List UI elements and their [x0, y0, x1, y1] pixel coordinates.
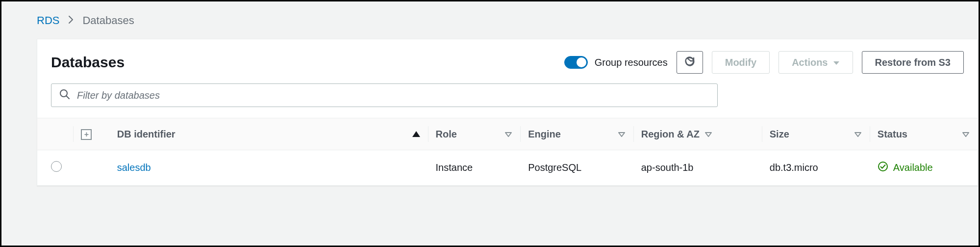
expand-all-icon: + — [81, 129, 92, 140]
column-header-select — [37, 118, 73, 150]
row-identifier-cell: salesdb — [109, 150, 428, 186]
column-header-db-identifier[interactable]: DB identifier — [109, 118, 428, 150]
actions-button[interactable]: Actions — [779, 51, 853, 74]
column-header-status[interactable]: Status — [870, 118, 978, 150]
chevron-right-icon — [68, 15, 74, 27]
sort-icon — [504, 129, 512, 140]
column-label: Role — [436, 129, 457, 140]
table-row: salesdb Instance PostgreSQL ap-south-1b … — [37, 150, 978, 186]
search-row — [37, 83, 978, 118]
sort-asc-icon — [412, 131, 420, 137]
sort-icon — [704, 129, 712, 140]
refresh-button[interactable] — [677, 51, 703, 74]
group-resources-toggle-wrap: Group resources — [564, 56, 668, 69]
column-header-role[interactable]: Role — [428, 118, 521, 150]
search-box[interactable] — [51, 83, 718, 107]
column-label: Size — [770, 129, 789, 140]
group-resources-toggle[interactable] — [564, 56, 588, 69]
breadcrumb-current: Databases — [82, 14, 134, 27]
page-title: Databases — [51, 54, 125, 71]
refresh-icon — [684, 55, 696, 70]
caret-down-icon — [833, 57, 840, 68]
breadcrumb: RDS Databases — [1, 1, 979, 39]
toggle-knob — [577, 57, 586, 67]
column-header-expand[interactable]: + — [73, 118, 109, 150]
row-status-cell: Available — [870, 150, 978, 186]
column-label: Status — [878, 129, 907, 140]
sort-icon — [618, 129, 626, 140]
status-text: Available — [893, 162, 933, 173]
sort-icon — [962, 129, 970, 140]
search-input[interactable] — [77, 90, 709, 101]
viewport: RDS Databases Databases Group resources — [0, 0, 980, 247]
databases-panel: Databases Group resources Modify — [37, 39, 978, 186]
column-header-engine[interactable]: Engine — [520, 118, 633, 150]
row-region-az-cell: ap-south-1b — [633, 150, 762, 186]
row-role-cell: Instance — [428, 150, 521, 186]
column-label: Region & AZ — [641, 129, 700, 140]
group-resources-label: Group resources — [595, 57, 668, 68]
actions-label: Actions — [792, 57, 828, 68]
search-icon — [59, 89, 70, 102]
row-select-radio[interactable] — [51, 161, 62, 172]
row-select-cell — [37, 150, 73, 186]
svg-point-2 — [879, 162, 887, 171]
databases-table: + DB identifier Role — [37, 118, 978, 186]
row-size-cell: db.t3.micro — [762, 150, 870, 186]
column-header-region-az[interactable]: Region & AZ — [633, 118, 762, 150]
column-label: Engine — [528, 129, 561, 140]
breadcrumb-root-link[interactable]: RDS — [37, 14, 59, 27]
column-header-size[interactable]: Size — [762, 118, 870, 150]
table-header-row: + DB identifier Role — [37, 118, 978, 150]
restore-from-s3-button[interactable]: Restore from S3 — [862, 51, 964, 74]
panel-header: Databases Group resources Modify — [37, 39, 978, 83]
check-circle-icon — [878, 161, 888, 174]
row-expand-cell — [73, 150, 109, 186]
svg-line-1 — [67, 96, 70, 99]
modify-button[interactable]: Modify — [712, 51, 770, 74]
db-identifier-link[interactable]: salesdb — [117, 162, 151, 173]
column-label: DB identifier — [117, 129, 176, 140]
row-engine-cell: PostgreSQL — [520, 150, 633, 186]
status-badge: Available — [878, 161, 970, 174]
sort-icon — [854, 129, 862, 140]
